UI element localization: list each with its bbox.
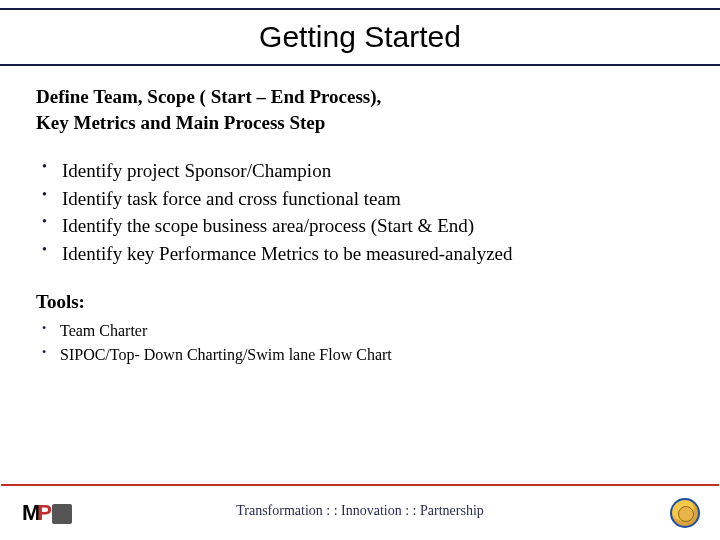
subhead-line-1: Define Team, Scope ( Start – End Process…	[36, 86, 381, 107]
footer: M P Transformation : : Innovation : : Pa…	[0, 484, 720, 528]
footer-divider	[1, 484, 719, 486]
list-item: Identify project Sponsor/Champion	[42, 157, 684, 185]
bullet-list-tools: Team Charter SIPOC/Top- Down Charting/Sw…	[42, 319, 684, 367]
list-item: Identify the scope business area/process…	[42, 212, 684, 240]
subhead-line-2: Key Metrics and Main Process Step	[36, 112, 325, 133]
bullet-list-main: Identify project Sponsor/Champion Identi…	[42, 157, 684, 267]
content-area: Define Team, Scope ( Start – End Process…	[0, 66, 720, 367]
page-title: Getting Started	[0, 20, 720, 54]
footer-row: M P Transformation : : Innovation : : Pa…	[0, 494, 720, 528]
logo-letter-p: P	[37, 500, 51, 526]
list-item: Identify task force and cross functional…	[42, 185, 684, 213]
logo-c-box-icon	[52, 504, 72, 524]
subheading: Define Team, Scope ( Start – End Process…	[36, 84, 684, 135]
footer-tagline: Transformation : : Innovation : : Partne…	[236, 503, 484, 519]
list-item: Team Charter	[42, 319, 684, 343]
list-item: SIPOC/Top- Down Charting/Swim lane Flow …	[42, 343, 684, 367]
mpc-logo: M P	[22, 500, 72, 526]
tools-heading: Tools:	[36, 291, 684, 313]
list-item: Identify key Performance Metrics to be m…	[42, 240, 684, 268]
title-band: Getting Started	[0, 8, 720, 66]
seal-icon	[670, 498, 700, 528]
seal-logo	[670, 498, 700, 528]
